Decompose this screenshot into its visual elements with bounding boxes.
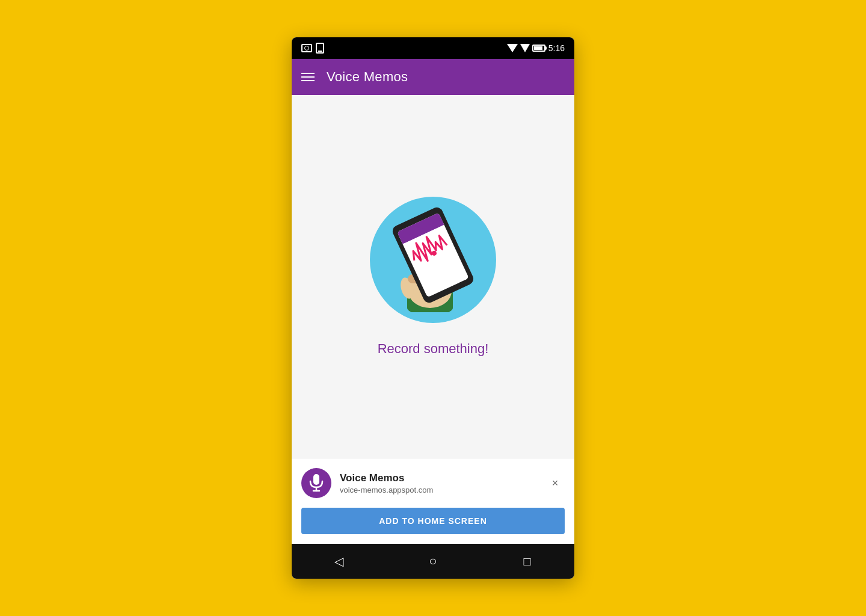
hamburger-menu-icon[interactable] [301, 73, 315, 81]
record-prompt: Record something! [378, 341, 489, 357]
main-content: Record something! [292, 95, 574, 458]
phone-hand-illustration [385, 207, 481, 312]
battery-icon [532, 45, 546, 52]
signal-icon [520, 44, 530, 52]
banner-info: Voice Memos voice-memos.appspot.com [340, 472, 545, 494]
status-time: 5:16 [548, 43, 565, 53]
banner-app-name: Voice Memos [340, 472, 545, 484]
back-button[interactable] [324, 547, 353, 576]
illustration-circle [370, 197, 496, 323]
nav-bar [292, 544, 574, 579]
status-bar: 5:16 [292, 37, 574, 59]
sim-icon [316, 43, 324, 54]
svg-marker-0 [507, 44, 518, 52]
add-to-home-screen-button[interactable]: ADD TO HOME SCREEN [301, 508, 565, 534]
home-button[interactable] [419, 547, 447, 576]
banner-url: voice-memos.appspot.com [340, 485, 545, 494]
svg-rect-12 [313, 474, 319, 485]
phone-frame: 5:16 Voice Memos [292, 37, 574, 579]
toolbar: Voice Memos [292, 59, 574, 95]
recents-button[interactable] [513, 547, 542, 576]
close-button[interactable]: × [545, 473, 565, 493]
svg-marker-1 [520, 44, 530, 52]
wifi-icon [507, 44, 518, 52]
status-left-icons [301, 43, 324, 54]
app-title: Voice Memos [327, 69, 408, 85]
banner-app-icon [301, 468, 331, 498]
status-right-icons: 5:16 [507, 43, 565, 53]
photo-icon [301, 44, 312, 52]
banner-header: Voice Memos voice-memos.appspot.com × [301, 468, 565, 498]
microphone-icon [309, 474, 324, 492]
bottom-banner: Voice Memos voice-memos.appspot.com × AD… [292, 458, 574, 544]
